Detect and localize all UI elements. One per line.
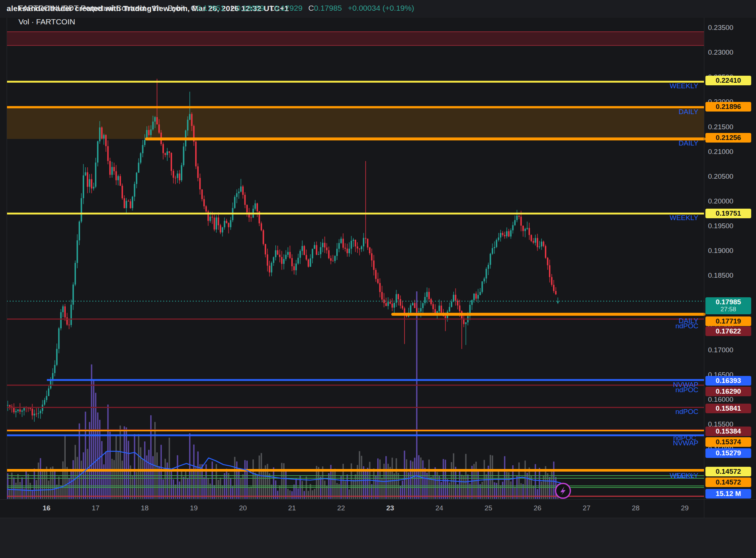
price-tick: 0.20500 xyxy=(708,172,733,181)
time-tick-23: 23 xyxy=(386,504,394,512)
lightning-event-icon[interactable] xyxy=(553,481,573,500)
ohlc-close-key: C xyxy=(308,4,314,12)
bar-countdown: 27:58 xyxy=(705,306,751,314)
chart-bottom-border xyxy=(0,518,756,518)
time-tick-26: 26 xyxy=(533,504,541,512)
level-tag-weekly: WEEKLY xyxy=(670,214,698,222)
price-tick: 0.20000 xyxy=(708,197,733,205)
price-tick: 0.21000 xyxy=(708,148,733,156)
axis-price-label: 0.19751 xyxy=(705,209,751,218)
time-tick-27: 27 xyxy=(583,504,590,512)
time-tick-22: 22 xyxy=(337,504,345,512)
ohlc-open-key: O xyxy=(191,4,197,12)
legend-row-volume[interactable]: Vol · FARTCOIN xyxy=(18,15,414,28)
ohlc-low-value: 0.17929 xyxy=(274,4,302,12)
level-tag-weekly: WEEKLY xyxy=(670,82,698,90)
candlestick-plot[interactable] xyxy=(0,0,756,558)
time-tick-20: 20 xyxy=(239,504,247,512)
price-tick: 0.16000 xyxy=(708,396,733,404)
plot-left-border xyxy=(7,18,7,499)
time-axis-border xyxy=(0,499,756,500)
symbol-legend: FARTCOINUSDT Perpetual Contract · 1h · B… xyxy=(18,1,414,28)
tradingview-screenshot: aleksanderltrader created with TradingVi… xyxy=(0,0,756,558)
time-tick-16: 16 xyxy=(42,504,50,512)
ohlc-low-key: L xyxy=(270,4,275,12)
time-tick-24: 24 xyxy=(435,504,443,512)
time-tick-18: 18 xyxy=(141,504,148,512)
ohlc-change: +0.00034 (+0.19%) xyxy=(348,4,414,12)
price-tick: 0.17000 xyxy=(708,346,733,354)
level-tag-daily: DAILY xyxy=(674,472,694,480)
level-tag-daily: DAILY xyxy=(678,108,698,116)
symbol-title: FARTCOINUSDT Perpetual Contract · 1h · B… xyxy=(18,4,185,12)
axis-price-label: 0.14572 xyxy=(705,467,751,476)
level-tag-ndpoc: ndPOC xyxy=(676,386,698,394)
ohlc-close-value: 0.17985 xyxy=(314,4,342,12)
axis-price-label: 0.15841 xyxy=(705,404,751,413)
time-tick-19: 19 xyxy=(190,504,197,512)
axis-price-label: 0.17622 xyxy=(705,326,751,336)
axis-price-label: 0.16393 xyxy=(705,376,751,386)
price-tick: 0.18500 xyxy=(708,271,733,280)
axis-price-label: 15.12 M xyxy=(705,489,751,499)
axis-price-label: 0.14572 xyxy=(705,477,751,487)
price-tick: 0.21500 xyxy=(708,123,733,131)
volume-indicator-label: Vol · FARTCOIN xyxy=(18,17,75,26)
time-tick-25: 25 xyxy=(484,504,492,512)
level-tag-ndpoc: ndPOC xyxy=(676,408,698,416)
time-tick-28: 28 xyxy=(632,504,639,512)
price-tick: 0.19000 xyxy=(708,247,733,255)
current-price-label: 0.1798527:58 xyxy=(705,297,751,314)
axis-price-label: 0.21896 xyxy=(705,102,751,112)
price-tick: 0.23500 xyxy=(708,24,733,32)
axis-price-label: 0.22410 xyxy=(705,76,751,85)
price-axis-border xyxy=(704,18,704,518)
axis-price-label: 0.17719 xyxy=(705,316,751,326)
ohlc-high-key: H xyxy=(231,4,236,12)
axis-price-label: 0.16290 xyxy=(705,387,751,396)
level-tag-nvwap: NVWAP xyxy=(673,439,698,447)
ohlc-open-value: 0.17951 xyxy=(197,4,225,12)
price-tick: 0.23000 xyxy=(708,48,733,57)
level-tag-ndpoc: ndPOC xyxy=(676,322,698,330)
level-tag-daily: DAILY xyxy=(678,139,698,147)
time-tick-21: 21 xyxy=(288,504,296,512)
price-tick: 0.19500 xyxy=(708,222,733,230)
axis-price-label: 0.21256 xyxy=(705,133,751,143)
time-tick-17: 17 xyxy=(92,504,99,512)
axis-price-label: 0.15374 xyxy=(705,437,751,447)
axis-price-label: 0.15384 xyxy=(705,427,751,436)
ohlc-high-value: 0.18059 xyxy=(236,4,264,12)
axis-price-label: 0.15279 xyxy=(705,448,751,458)
legend-row-symbol[interactable]: FARTCOINUSDT Perpetual Contract · 1h · B… xyxy=(18,1,414,15)
time-tick-29: 29 xyxy=(681,504,688,512)
